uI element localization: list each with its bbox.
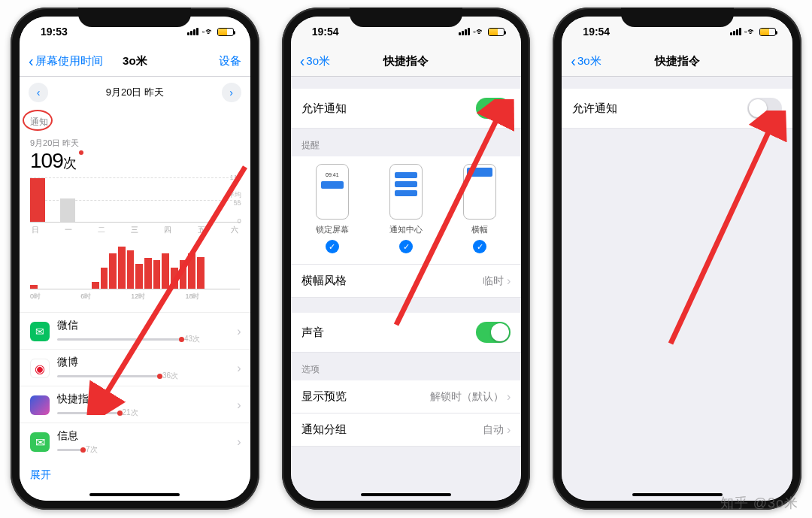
home-indicator[interactable] xyxy=(632,493,723,496)
app-count: 43次 xyxy=(184,334,200,344)
chevron-right-icon: › xyxy=(237,325,241,338)
alert-banner-label: 横幅 xyxy=(471,224,488,235)
nav-bar: ‹3o米 快捷指令 xyxy=(291,47,522,77)
home-indicator[interactable] xyxy=(361,493,451,496)
status-time: 19:53 xyxy=(41,26,68,38)
current-day-label: 9月20日 昨天 xyxy=(106,86,164,99)
chevron-right-icon: › xyxy=(507,423,511,437)
notch xyxy=(350,8,462,27)
shortcuts-icon xyxy=(30,395,50,415)
phone-screen-time: 19:53 ◦ᯤ ‹屏幕使用时间 3o米 设备 ‹ 9月20日 昨天 › 通知 xyxy=(11,8,259,510)
notification-center-preview-icon xyxy=(389,164,423,220)
nav-back-label: 屏幕使用时间 xyxy=(35,54,103,68)
show-preview-label: 显示预览 xyxy=(301,389,347,404)
weibo-icon: ◉ xyxy=(30,359,50,378)
allow-notifications-label: 允许通知 xyxy=(301,101,347,116)
group-options: 选项 xyxy=(291,353,522,380)
app-name: 信息 xyxy=(57,429,240,443)
show-preview-row[interactable]: 显示预览 解锁时（默认）› xyxy=(291,380,522,413)
home-indicator[interactable] xyxy=(89,493,180,496)
app-name: 微信 xyxy=(57,319,240,332)
section-notifications: 通知 xyxy=(20,108,250,133)
banner-style-row[interactable]: 横幅风格 临时› xyxy=(291,265,522,298)
chevron-left-icon: ‹ xyxy=(29,53,34,70)
wechat-icon: ✉ xyxy=(30,322,50,341)
alert-lock-screen[interactable]: 09:41 锁定屏幕 ✓ xyxy=(316,164,349,253)
wifi-icon: ◦ᯤ xyxy=(744,26,756,37)
nav-title: 快捷指令 xyxy=(383,54,429,68)
sound-label: 声音 xyxy=(301,326,324,340)
app-notification-list: ✉ 微信43次 › ◉ 微博36次 › 快捷指令21次 › ✉ 信息7次 xyxy=(20,312,250,491)
y-min: 0 xyxy=(238,217,241,225)
alert-banner[interactable]: 横幅 ✓ xyxy=(463,164,496,253)
watermark: 知乎 @3o米 xyxy=(720,494,798,512)
alert-lock-label: 锁定屏幕 xyxy=(316,224,349,235)
nav-back[interactable]: ‹3o米 xyxy=(571,53,601,70)
notch xyxy=(78,8,191,27)
summary-count: 109次 xyxy=(30,149,240,173)
allow-notifications-toggle[interactable] xyxy=(747,98,782,119)
banner-preview-icon xyxy=(463,164,496,220)
grouping-label: 通知分组 xyxy=(301,423,347,437)
battery-icon xyxy=(488,28,504,36)
red-dot-icon xyxy=(79,150,83,155)
next-day-button[interactable]: › xyxy=(222,83,241,102)
app-name: 微博 xyxy=(57,356,240,369)
app-count: 7次 xyxy=(86,444,98,455)
banner-style-label: 横幅风格 xyxy=(301,274,347,288)
nav-bar: ‹3o米 快捷指令 xyxy=(562,47,792,77)
nav-devices[interactable]: 设备 xyxy=(219,54,241,68)
banner-style-value: 临时 xyxy=(483,274,504,288)
app-row-messages[interactable]: ✉ 信息7次 › xyxy=(20,423,250,459)
allow-notifications-row: 允许通知 xyxy=(562,89,792,129)
app-row-wechat[interactable]: ✉ 微信43次 › xyxy=(20,312,250,349)
prev-day-button[interactable]: ‹ xyxy=(29,83,48,102)
nav-bar: ‹屏幕使用时间 3o米 设备 xyxy=(20,47,250,77)
lock-screen-preview-icon: 09:41 xyxy=(316,164,349,220)
status-time: 19:54 xyxy=(583,26,610,38)
signal-icon xyxy=(187,28,198,35)
sound-toggle[interactable] xyxy=(476,322,511,343)
weekly-chart: 110 平均55 0 日一二三四五六 xyxy=(20,176,250,240)
battery-icon xyxy=(759,28,776,36)
notification-grouping-row[interactable]: 通知分组 自动› xyxy=(291,413,522,447)
chevron-left-icon: ‹ xyxy=(571,53,576,70)
allow-notifications-row: 允许通知 xyxy=(291,89,522,129)
app-name: 快捷指令 xyxy=(57,392,240,406)
chevron-right-icon: › xyxy=(237,362,241,375)
notch xyxy=(621,8,734,27)
alert-notification-center[interactable]: 通知中心 ✓ xyxy=(389,164,423,253)
show-preview-value: 解锁时（默认） xyxy=(430,390,504,404)
y-avg-val: 55 xyxy=(234,199,241,207)
red-circle-annotation xyxy=(23,110,53,131)
app-count: 21次 xyxy=(123,407,138,418)
status-time: 19:54 xyxy=(312,26,339,38)
grouping-value: 自动 xyxy=(483,423,504,437)
nav-back[interactable]: ‹3o米 xyxy=(300,53,330,70)
chevron-right-icon: › xyxy=(237,435,241,449)
check-icon: ✓ xyxy=(326,240,339,253)
summary-date: 9月20日 昨天 xyxy=(30,138,240,149)
group-alerts: 提醒 xyxy=(291,129,522,156)
app-row-shortcuts[interactable]: 快捷指令21次 › xyxy=(20,386,250,423)
expand-button[interactable]: 展开 xyxy=(20,459,250,491)
allow-notifications-toggle[interactable] xyxy=(476,98,511,119)
chevron-right-icon: › xyxy=(507,390,511,404)
signal-icon xyxy=(730,28,741,35)
notification-summary[interactable]: 9月20日 昨天 109次 xyxy=(20,133,250,176)
alert-nc-label: 通知中心 xyxy=(389,224,423,235)
phone-notification-settings-off: 19:54 ◦ᯤ ‹3o米 快捷指令 允许通知 xyxy=(553,8,801,510)
chevron-left-icon: ‹ xyxy=(300,53,305,70)
phone-notification-settings-on: 19:54 ◦ᯤ ‹3o米 快捷指令 允许通知 提醒 09:41 锁定屏幕 xyxy=(282,8,531,510)
battery-icon xyxy=(217,28,234,36)
nav-back[interactable]: ‹屏幕使用时间 xyxy=(29,53,103,70)
wifi-icon: ◦ᯤ xyxy=(201,26,214,37)
wifi-icon: ◦ᯤ xyxy=(473,26,485,37)
chevron-right-icon: › xyxy=(237,398,241,412)
weekday-axis: 日一二三四五六 xyxy=(30,223,240,235)
app-row-weibo[interactable]: ◉ 微博36次 › xyxy=(20,349,250,386)
day-selector: ‹ 9月20日 昨天 › xyxy=(20,77,250,108)
check-icon: ✓ xyxy=(399,240,413,253)
allow-notifications-label: 允许通知 xyxy=(572,101,617,116)
hourly-chart: 0时6时12时18时 xyxy=(20,240,250,306)
